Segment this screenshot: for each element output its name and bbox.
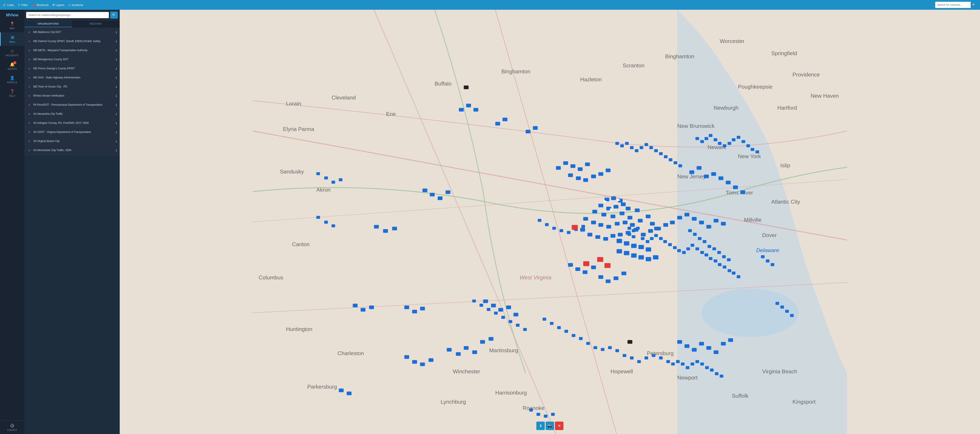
svg-rect-162: [429, 358, 433, 362]
map-area[interactable]: Lorain Cleveland Elyria Parma Sandusky A…: [120, 10, 980, 434]
panel-search-button[interactable]: 🔍: [110, 11, 118, 19]
sidebar-item-incidents[interactable]: ◇ INCIDENTS: [0, 46, 24, 59]
map-control-close[interactable]: ✕: [555, 421, 563, 430]
plus-icon[interactable]: +: [27, 94, 32, 98]
info-icon[interactable]: ℹ: [116, 58, 117, 61]
tab-regions[interactable]: REGIONS: [72, 21, 120, 27]
svg-rect-173: [636, 227, 640, 230]
list-item[interactable]: + MD SHA - State Highway Administration …: [24, 74, 119, 82]
list-item[interactable]: + MD Baltimore City DOT ℹ: [24, 28, 119, 37]
svg-rect-230: [571, 334, 575, 337]
svg-rect-202: [714, 138, 717, 141]
svg-rect-101: [585, 162, 590, 166]
sidebar-item-help[interactable]: ❓ HELP: [0, 86, 24, 100]
svg-rect-155: [491, 304, 496, 307]
svg-rect-215: [630, 146, 633, 149]
svg-rect-164: [456, 352, 461, 356]
sidebar-item-wall[interactable]: ⊞ WALL: [0, 32, 24, 46]
list-item[interactable]: + VA Arlington County, PD, Fire/EMS, DOT…: [24, 119, 119, 128]
sidebar-item-alerts[interactable]: 🔔 1 ALERTS: [0, 59, 24, 73]
svg-rect-156: [498, 308, 503, 312]
plus-icon[interactable]: +: [27, 85, 32, 89]
list-item[interactable]: + VA Alexandria City Traffic ℹ: [24, 110, 119, 119]
svg-rect-138: [533, 126, 538, 130]
camera-search-input[interactable]: [935, 2, 971, 8]
info-icon[interactable]: ℹ: [116, 103, 117, 107]
list-item[interactable]: + VA VDOT - Virginia Department of Trans…: [24, 128, 119, 137]
info-icon[interactable]: ℹ: [116, 112, 117, 116]
plus-icon[interactable]: +: [27, 103, 32, 107]
plus-icon[interactable]: +: [27, 76, 32, 80]
info-icon[interactable]: ℹ: [116, 130, 117, 134]
nav-layers[interactable]: ⧉ Layers: [52, 3, 64, 6]
info-icon[interactable]: ℹ: [116, 85, 117, 89]
map-control-camera[interactable]: 📷: [546, 421, 554, 430]
svg-rect-235: [608, 346, 612, 349]
info-icon[interactable]: ℹ: [116, 76, 117, 79]
svg-rect-53: [611, 196, 616, 200]
nav-incidents[interactable]: ◇ Incidents: [68, 3, 83, 6]
svg-rect-282: [638, 245, 644, 249]
sidebar-item-logout[interactable]: ⏻ LOGOUT: [0, 420, 24, 434]
plus-icon[interactable]: +: [27, 30, 32, 34]
svg-rect-113: [726, 181, 730, 184]
list-item[interactable]: + VA Virginia Beach City ℹ: [24, 137, 119, 146]
plus-icon[interactable]: +: [27, 130, 32, 134]
svg-rect-72: [630, 223, 635, 227]
list-item[interactable]: + MD Harford County DPWT, Sheriff, EM/91…: [24, 37, 119, 46]
list-item[interactable]: + MD Montgomery County DOT ℹ: [24, 55, 119, 64]
panel-search-input[interactable]: [26, 12, 109, 18]
plus-icon[interactable]: +: [27, 49, 32, 52]
svg-rect-194: [723, 265, 726, 269]
svg-rect-208: [741, 140, 745, 143]
plus-icon[interactable]: +: [27, 58, 32, 62]
camera-search-button[interactable]: 🔍: [971, 2, 977, 8]
plus-icon[interactable]: +: [27, 67, 32, 71]
plus-icon[interactable]: +: [27, 149, 32, 152]
info-icon[interactable]: ℹ: [116, 94, 117, 98]
info-icon[interactable]: ℹ: [116, 121, 117, 125]
map-svg: Lorain Cleveland Elyria Parma Sandusky A…: [120, 10, 980, 434]
plus-icon[interactable]: +: [27, 121, 32, 125]
map-control-up[interactable]: ⬆: [536, 421, 545, 430]
svg-rect-264: [545, 223, 549, 226]
svg-rect-216: [635, 149, 638, 152]
sidebar-item-profile[interactable]: 👤 PROFILE: [0, 73, 24, 86]
svg-rect-89: [670, 221, 675, 224]
list-item[interactable]: + VA Winchester City Traffic, OEM ℹ: [24, 146, 119, 155]
item-label: MD Harford County DPWT, Sheriff, EM/911/…: [33, 40, 114, 43]
list-item[interactable]: + MView Stream Verification ℹ: [24, 92, 119, 100]
svg-rect-283: [646, 247, 651, 252]
list-item[interactable]: + MD Prince George's County DPWT ℹ: [24, 65, 119, 73]
tab-organizations[interactable]: ORGANIZATIONS: [24, 21, 72, 27]
svg-rect-285: [624, 251, 630, 255]
list-item[interactable]: + MD Town of Ocean City - PD ℹ: [24, 82, 119, 91]
info-icon[interactable]: ℹ: [116, 40, 117, 43]
info-icon[interactable]: ℹ: [116, 30, 117, 34]
svg-rect-115: [740, 190, 745, 194]
nav-links[interactable]: 🔗 Links: [3, 3, 14, 6]
svg-rect-149: [339, 388, 344, 392]
svg-rect-229: [565, 329, 568, 333]
svg-rect-104: [583, 178, 588, 182]
svg-rect-287: [638, 255, 644, 260]
info-icon[interactable]: ℹ: [116, 67, 117, 70]
svg-rect-161: [420, 363, 425, 366]
nav-shortcuts[interactable]: 🔖 Shortcuts: [32, 3, 49, 6]
svg-rect-157: [506, 306, 511, 309]
list-item[interactable]: + MD MDTA - Maryland Transportation Auth…: [24, 46, 119, 55]
sidebar-item-map[interactable]: 📍 MAP: [0, 19, 24, 32]
layers-label: Layers: [56, 3, 64, 6]
svg-rect-59: [626, 207, 630, 210]
info-icon[interactable]: ℹ: [116, 139, 117, 143]
plus-icon[interactable]: +: [27, 139, 32, 143]
svg-rect-290: [761, 255, 765, 258]
list-item[interactable]: + PA PennDOT - Pennsylvania Department o…: [24, 101, 119, 109]
info-icon[interactable]: ℹ: [116, 49, 117, 52]
plus-icon[interactable]: +: [27, 112, 32, 116]
plus-icon[interactable]: +: [27, 40, 32, 43]
nav-filter[interactable]: ▽ Filter: [18, 3, 28, 6]
info-icon[interactable]: ℹ: [116, 149, 117, 152]
item-label: MD Town of Ocean City - PD: [33, 85, 114, 89]
svg-rect-203: [718, 142, 721, 145]
